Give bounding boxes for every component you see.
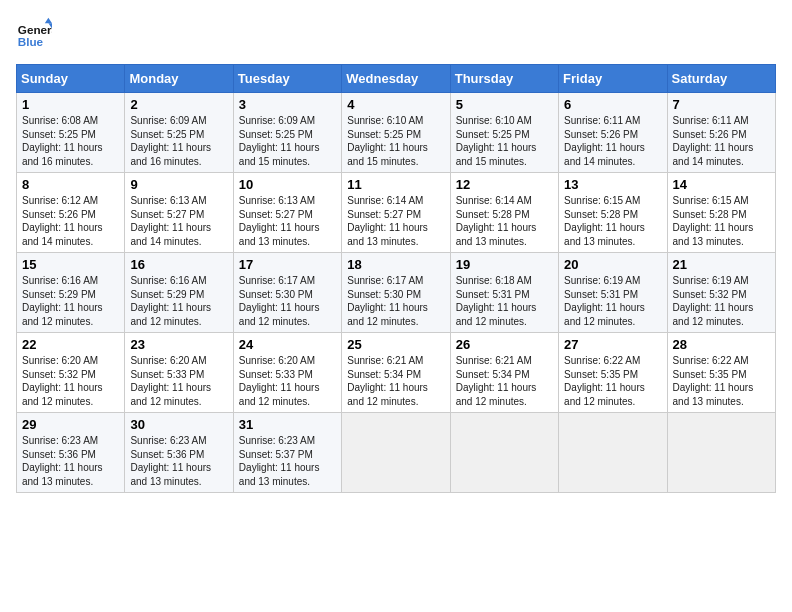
- day-detail: Sunrise: 6:22 AMSunset: 5:35 PMDaylight:…: [564, 354, 661, 408]
- day-number: 7: [673, 97, 770, 112]
- calendar-cell: 4Sunrise: 6:10 AMSunset: 5:25 PMDaylight…: [342, 93, 450, 173]
- header-row: SundayMondayTuesdayWednesdayThursdayFrid…: [17, 65, 776, 93]
- calendar-cell: 17Sunrise: 6:17 AMSunset: 5:30 PMDayligh…: [233, 253, 341, 333]
- calendar-cell: 21Sunrise: 6:19 AMSunset: 5:32 PMDayligh…: [667, 253, 775, 333]
- day-number: 6: [564, 97, 661, 112]
- day-header-thursday: Thursday: [450, 65, 558, 93]
- day-detail: Sunrise: 6:13 AMSunset: 5:27 PMDaylight:…: [130, 194, 227, 248]
- day-detail: Sunrise: 6:14 AMSunset: 5:28 PMDaylight:…: [456, 194, 553, 248]
- day-number: 20: [564, 257, 661, 272]
- day-detail: Sunrise: 6:17 AMSunset: 5:30 PMDaylight:…: [239, 274, 336, 328]
- day-number: 30: [130, 417, 227, 432]
- calendar-cell: [559, 413, 667, 493]
- calendar-cell: 16Sunrise: 6:16 AMSunset: 5:29 PMDayligh…: [125, 253, 233, 333]
- day-number: 28: [673, 337, 770, 352]
- day-detail: Sunrise: 6:08 AMSunset: 5:25 PMDaylight:…: [22, 114, 119, 168]
- calendar-cell: 1Sunrise: 6:08 AMSunset: 5:25 PMDaylight…: [17, 93, 125, 173]
- day-number: 17: [239, 257, 336, 272]
- day-detail: Sunrise: 6:19 AMSunset: 5:31 PMDaylight:…: [564, 274, 661, 328]
- day-header-tuesday: Tuesday: [233, 65, 341, 93]
- calendar-cell: 23Sunrise: 6:20 AMSunset: 5:33 PMDayligh…: [125, 333, 233, 413]
- day-detail: Sunrise: 6:20 AMSunset: 5:33 PMDaylight:…: [130, 354, 227, 408]
- calendar-cell: 26Sunrise: 6:21 AMSunset: 5:34 PMDayligh…: [450, 333, 558, 413]
- day-number: 22: [22, 337, 119, 352]
- day-number: 12: [456, 177, 553, 192]
- calendar-cell: 13Sunrise: 6:15 AMSunset: 5:28 PMDayligh…: [559, 173, 667, 253]
- calendar-cell: 6Sunrise: 6:11 AMSunset: 5:26 PMDaylight…: [559, 93, 667, 173]
- calendar-cell: 14Sunrise: 6:15 AMSunset: 5:28 PMDayligh…: [667, 173, 775, 253]
- day-detail: Sunrise: 6:11 AMSunset: 5:26 PMDaylight:…: [564, 114, 661, 168]
- page-header: General Blue: [16, 16, 776, 52]
- day-number: 18: [347, 257, 444, 272]
- day-detail: Sunrise: 6:18 AMSunset: 5:31 PMDaylight:…: [456, 274, 553, 328]
- calendar-cell: 31Sunrise: 6:23 AMSunset: 5:37 PMDayligh…: [233, 413, 341, 493]
- day-number: 31: [239, 417, 336, 432]
- week-row: 15Sunrise: 6:16 AMSunset: 5:29 PMDayligh…: [17, 253, 776, 333]
- calendar-cell: 27Sunrise: 6:22 AMSunset: 5:35 PMDayligh…: [559, 333, 667, 413]
- day-number: 10: [239, 177, 336, 192]
- calendar-cell: 22Sunrise: 6:20 AMSunset: 5:32 PMDayligh…: [17, 333, 125, 413]
- day-detail: Sunrise: 6:20 AMSunset: 5:32 PMDaylight:…: [22, 354, 119, 408]
- week-row: 1Sunrise: 6:08 AMSunset: 5:25 PMDaylight…: [17, 93, 776, 173]
- day-number: 24: [239, 337, 336, 352]
- svg-marker-2: [45, 18, 52, 23]
- day-detail: Sunrise: 6:23 AMSunset: 5:36 PMDaylight:…: [22, 434, 119, 488]
- calendar-cell: 25Sunrise: 6:21 AMSunset: 5:34 PMDayligh…: [342, 333, 450, 413]
- day-detail: Sunrise: 6:20 AMSunset: 5:33 PMDaylight:…: [239, 354, 336, 408]
- calendar-cell: 19Sunrise: 6:18 AMSunset: 5:31 PMDayligh…: [450, 253, 558, 333]
- day-number: 15: [22, 257, 119, 272]
- logo: General Blue: [16, 16, 52, 52]
- day-header-wednesday: Wednesday: [342, 65, 450, 93]
- calendar-cell: 3Sunrise: 6:09 AMSunset: 5:25 PMDaylight…: [233, 93, 341, 173]
- calendar-cell: 2Sunrise: 6:09 AMSunset: 5:25 PMDaylight…: [125, 93, 233, 173]
- day-detail: Sunrise: 6:23 AMSunset: 5:37 PMDaylight:…: [239, 434, 336, 488]
- day-detail: Sunrise: 6:14 AMSunset: 5:27 PMDaylight:…: [347, 194, 444, 248]
- week-row: 8Sunrise: 6:12 AMSunset: 5:26 PMDaylight…: [17, 173, 776, 253]
- calendar-cell: 24Sunrise: 6:20 AMSunset: 5:33 PMDayligh…: [233, 333, 341, 413]
- day-header-friday: Friday: [559, 65, 667, 93]
- day-detail: Sunrise: 6:13 AMSunset: 5:27 PMDaylight:…: [239, 194, 336, 248]
- day-number: 8: [22, 177, 119, 192]
- day-detail: Sunrise: 6:10 AMSunset: 5:25 PMDaylight:…: [347, 114, 444, 168]
- svg-text:Blue: Blue: [18, 35, 44, 48]
- day-number: 3: [239, 97, 336, 112]
- day-number: 11: [347, 177, 444, 192]
- calendar-cell: 18Sunrise: 6:17 AMSunset: 5:30 PMDayligh…: [342, 253, 450, 333]
- calendar-cell: 28Sunrise: 6:22 AMSunset: 5:35 PMDayligh…: [667, 333, 775, 413]
- week-row: 29Sunrise: 6:23 AMSunset: 5:36 PMDayligh…: [17, 413, 776, 493]
- day-header-sunday: Sunday: [17, 65, 125, 93]
- calendar-cell: 20Sunrise: 6:19 AMSunset: 5:31 PMDayligh…: [559, 253, 667, 333]
- day-detail: Sunrise: 6:09 AMSunset: 5:25 PMDaylight:…: [239, 114, 336, 168]
- day-detail: Sunrise: 6:22 AMSunset: 5:35 PMDaylight:…: [673, 354, 770, 408]
- calendar-cell: 30Sunrise: 6:23 AMSunset: 5:36 PMDayligh…: [125, 413, 233, 493]
- day-number: 25: [347, 337, 444, 352]
- day-detail: Sunrise: 6:16 AMSunset: 5:29 PMDaylight:…: [130, 274, 227, 328]
- day-detail: Sunrise: 6:19 AMSunset: 5:32 PMDaylight:…: [673, 274, 770, 328]
- calendar-cell: 10Sunrise: 6:13 AMSunset: 5:27 PMDayligh…: [233, 173, 341, 253]
- day-number: 5: [456, 97, 553, 112]
- day-detail: Sunrise: 6:09 AMSunset: 5:25 PMDaylight:…: [130, 114, 227, 168]
- day-detail: Sunrise: 6:21 AMSunset: 5:34 PMDaylight:…: [347, 354, 444, 408]
- calendar-cell: [342, 413, 450, 493]
- day-number: 9: [130, 177, 227, 192]
- calendar-cell: 9Sunrise: 6:13 AMSunset: 5:27 PMDaylight…: [125, 173, 233, 253]
- day-number: 2: [130, 97, 227, 112]
- day-number: 27: [564, 337, 661, 352]
- calendar-cell: 29Sunrise: 6:23 AMSunset: 5:36 PMDayligh…: [17, 413, 125, 493]
- day-detail: Sunrise: 6:12 AMSunset: 5:26 PMDaylight:…: [22, 194, 119, 248]
- day-number: 16: [130, 257, 227, 272]
- day-detail: Sunrise: 6:17 AMSunset: 5:30 PMDaylight:…: [347, 274, 444, 328]
- day-number: 23: [130, 337, 227, 352]
- week-row: 22Sunrise: 6:20 AMSunset: 5:32 PMDayligh…: [17, 333, 776, 413]
- calendar-cell: 8Sunrise: 6:12 AMSunset: 5:26 PMDaylight…: [17, 173, 125, 253]
- day-detail: Sunrise: 6:21 AMSunset: 5:34 PMDaylight:…: [456, 354, 553, 408]
- day-number: 26: [456, 337, 553, 352]
- logo-icon: General Blue: [16, 16, 52, 52]
- day-number: 29: [22, 417, 119, 432]
- calendar-table: SundayMondayTuesdayWednesdayThursdayFrid…: [16, 64, 776, 493]
- day-detail: Sunrise: 6:23 AMSunset: 5:36 PMDaylight:…: [130, 434, 227, 488]
- calendar-cell: [450, 413, 558, 493]
- day-detail: Sunrise: 6:16 AMSunset: 5:29 PMDaylight:…: [22, 274, 119, 328]
- calendar-cell: 5Sunrise: 6:10 AMSunset: 5:25 PMDaylight…: [450, 93, 558, 173]
- calendar-cell: 11Sunrise: 6:14 AMSunset: 5:27 PMDayligh…: [342, 173, 450, 253]
